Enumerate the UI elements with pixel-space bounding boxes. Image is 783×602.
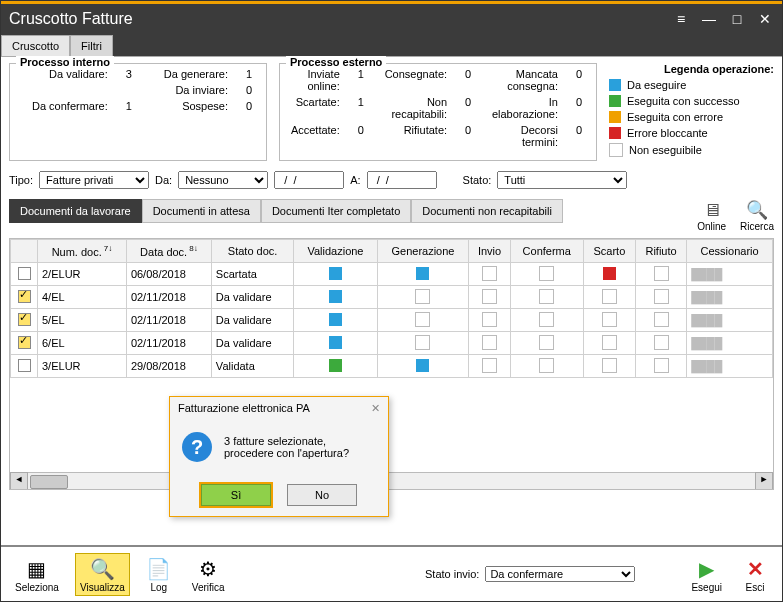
cell-cessionario: ████: [687, 309, 773, 332]
val-sospese: 0: [240, 100, 258, 112]
status-square-empty: [539, 312, 554, 327]
dialog-yes-button[interactable]: Sì: [201, 484, 271, 506]
cell-data-doc: 02/11/2018: [126, 332, 211, 355]
col-num-doc[interactable]: Num. doc.7↓: [38, 240, 127, 263]
status-square-empty: [654, 289, 669, 304]
col-check[interactable]: [11, 240, 38, 263]
cell-stato-doc: Validata: [211, 355, 294, 378]
online-icon: 🖥: [701, 199, 723, 221]
titlebar: Cruscotto Fatture ≡ ― □ ✕: [1, 1, 782, 34]
stato-select[interactable]: Tutti: [497, 171, 627, 189]
subtab-in-attesa[interactable]: Documenti in attesa: [142, 199, 261, 223]
status-square: [329, 267, 342, 280]
legend-processo-esterno: Processo esterno: [286, 56, 386, 68]
box-processo-esterno: Processo esterno Inviate online:1 Conseg…: [279, 63, 597, 161]
val-da-inviare: 0: [240, 84, 258, 96]
status-square-empty: [415, 335, 430, 350]
table-row[interactable]: 6/EL02/11/2018Da validare████: [11, 332, 773, 355]
log-icon: 📄: [146, 556, 172, 582]
scroll-left-button[interactable]: ◄: [10, 472, 28, 490]
dialog-no-button[interactable]: No: [287, 484, 357, 506]
table-row[interactable]: 3/ELUR29/08/2018Validata████: [11, 355, 773, 378]
subtab-completato[interactable]: Documenti Iter completato: [261, 199, 411, 223]
status-square-empty: [539, 266, 554, 281]
cell-data-doc: 29/08/2018: [126, 355, 211, 378]
da-select[interactable]: Nessuno: [178, 171, 268, 189]
cell-num-doc: 3/ELUR: [38, 355, 127, 378]
col-conferma[interactable]: Conferma: [510, 240, 583, 263]
close-button[interactable]: ✕: [756, 11, 774, 27]
close-icon: ✕: [742, 556, 768, 582]
esci-button[interactable]: ✕Esci: [738, 554, 772, 595]
col-data-doc[interactable]: Data doc.8↓: [126, 240, 211, 263]
row-checkbox[interactable]: [18, 359, 31, 372]
val-da-generare: 1: [240, 68, 258, 80]
stato-invio-select[interactable]: Da confermare: [485, 566, 635, 582]
status-square: [329, 359, 342, 372]
minimize-button[interactable]: ―: [700, 11, 718, 27]
tab-cruscotto[interactable]: Cruscotto: [1, 35, 70, 56]
row-checkbox[interactable]: [18, 336, 31, 349]
row-checkbox[interactable]: [18, 290, 31, 303]
cell-stato-doc: Scartata: [211, 263, 294, 286]
search-icon: 🔍: [746, 199, 768, 221]
status-square-empty: [539, 335, 554, 350]
legend-non-eseguibile-icon: [609, 143, 623, 157]
subtab-da-lavorare[interactable]: Documenti da lavorare: [9, 199, 142, 223]
legend-panel: Legenda operazione: Da eseguire Eseguita…: [609, 63, 774, 161]
menu-icon[interactable]: ≡: [672, 11, 690, 27]
col-validazione[interactable]: Validazione: [294, 240, 377, 263]
dialog-close-button[interactable]: ✕: [371, 402, 380, 415]
seleziona-button[interactable]: ▦Seleziona: [11, 554, 63, 595]
col-scarto[interactable]: Scarto: [583, 240, 635, 263]
status-square: [329, 313, 342, 326]
tipo-select[interactable]: Fatture privati: [39, 171, 149, 189]
cell-num-doc: 6/EL: [38, 332, 127, 355]
main-tabs: Cruscotto Filtri: [1, 34, 782, 57]
log-button[interactable]: 📄Log: [142, 554, 176, 595]
scroll-right-button[interactable]: ►: [755, 472, 773, 490]
status-square-empty: [602, 289, 617, 304]
col-generazione[interactable]: Generazione: [377, 240, 469, 263]
date-to-input[interactable]: [367, 171, 437, 189]
col-stato-doc[interactable]: Stato doc.: [211, 240, 294, 263]
status-square-empty: [654, 335, 669, 350]
bottom-toolbar: ▦Seleziona 🔍Visualizza 📄Log ⚙Verifica St…: [1, 545, 782, 601]
scroll-thumb[interactable]: [30, 475, 68, 489]
grid-icon: ▦: [24, 556, 50, 582]
filter-bar: Tipo: Fatture privati Da: Nessuno A: Sta…: [9, 171, 774, 189]
dialog-message: 3 fatture selezionate, procedere con l'a…: [224, 435, 349, 459]
cell-num-doc: 2/ELUR: [38, 263, 127, 286]
status-square-empty: [482, 335, 497, 350]
cell-data-doc: 02/11/2018: [126, 309, 211, 332]
table-row[interactable]: 4/EL02/11/2018Da validare████: [11, 286, 773, 309]
date-from-input[interactable]: [274, 171, 344, 189]
table-row[interactable]: 5/EL02/11/2018Da validare████: [11, 309, 773, 332]
tab-filtri[interactable]: Filtri: [70, 35, 113, 56]
row-checkbox[interactable]: [18, 267, 31, 280]
stato-invio-label: Stato invio:: [425, 568, 479, 580]
cell-data-doc: 02/11/2018: [126, 286, 211, 309]
ricerca-button[interactable]: 🔍Ricerca: [740, 199, 774, 232]
col-invio[interactable]: Invio: [469, 240, 510, 263]
cell-num-doc: 4/EL: [38, 286, 127, 309]
subtab-non-recapitabili[interactable]: Documenti non recapitabili: [411, 199, 563, 223]
verifica-button[interactable]: ⚙Verifica: [188, 554, 229, 595]
col-cessionario[interactable]: Cessionario: [687, 240, 773, 263]
online-button[interactable]: 🖥Online: [697, 199, 726, 232]
cell-num-doc: 5/EL: [38, 309, 127, 332]
legend-errore-icon: [609, 111, 621, 123]
val-da-confermare: 1: [120, 100, 138, 112]
maximize-button[interactable]: □: [728, 11, 746, 27]
h-scrollbar[interactable]: ◄ ►: [10, 472, 773, 489]
status-square-empty: [654, 266, 669, 281]
window-title: Cruscotto Fatture: [9, 10, 662, 28]
esegui-button[interactable]: ▶Esegui: [687, 554, 726, 595]
status-square-empty: [415, 289, 430, 304]
legend-successo-icon: [609, 95, 621, 107]
status-square-empty: [539, 358, 554, 373]
table-row[interactable]: 2/ELUR06/08/2018Scartata████: [11, 263, 773, 286]
col-rifiuto[interactable]: Rifiuto: [635, 240, 686, 263]
row-checkbox[interactable]: [18, 313, 31, 326]
visualizza-button[interactable]: 🔍Visualizza: [75, 553, 130, 596]
